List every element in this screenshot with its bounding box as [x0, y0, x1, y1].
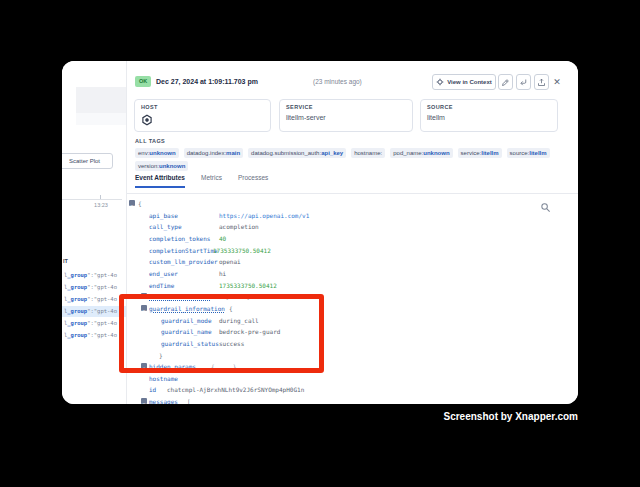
tab-metrics[interactable]: Metrics	[201, 174, 222, 188]
event-timestamp: Dec 27, 2024 at 1:09:11.703 pm	[156, 76, 258, 87]
close-button[interactable]: ✕	[550, 75, 564, 89]
tags-row-1: env:unknown datadog.index:main datadog.s…	[135, 148, 550, 158]
tag-version[interactable]: version:unknown	[135, 161, 188, 171]
event-list-row[interactable]: l_group":"gpt-4o	[62, 330, 126, 341]
event-list-row[interactable]: l_group":"gpt-4o	[62, 270, 126, 281]
event-table-column-header: IT	[63, 258, 68, 264]
source-card-label: SOURCE	[427, 104, 551, 110]
json-row-completion-tokens: completion_tokens 40	[129, 233, 569, 244]
event-list-row-selected[interactable]: l_group":"gpt-4o	[62, 306, 126, 317]
service-card-value: litellm-server	[286, 114, 406, 121]
json-row-id: id chatcmpl-AjBrxhNLht9v2J6rSNYOmp4pH0G1…	[129, 384, 569, 395]
event-list-row[interactable]: l_group":"gpt-4o	[62, 282, 126, 293]
tag-hostname[interactable]: hostname:	[351, 148, 385, 158]
json-row-call-type: call_type acompletion	[129, 221, 569, 232]
tabs-divider	[127, 193, 578, 194]
tag-datadog-submission-auth[interactable]: datadog.submission_auth:api_key	[248, 148, 346, 158]
tags-row-2: version:unknown	[135, 161, 188, 171]
tab-processes[interactable]: Processes	[238, 174, 268, 188]
tag-datadog-index[interactable]: datadog.index:main	[184, 148, 243, 158]
export-icon	[537, 78, 546, 87]
event-relative-time: (23 minutes ago)	[313, 76, 362, 87]
return-arrow-icon	[519, 78, 528, 87]
edit-button[interactable]	[498, 74, 513, 90]
json-row-end-user: end_user hi	[129, 268, 569, 279]
service-card: SERVICE litellm-server	[279, 99, 413, 132]
pencil-icon	[501, 78, 510, 87]
chart-x-axis	[62, 199, 122, 200]
view-in-context-label: View in Context	[447, 79, 492, 85]
annotation-highlight-box	[119, 294, 324, 373]
background-page-strip: Scatter Plot 13:23 IT l_group":"gpt-4o l…	[62, 61, 126, 404]
tag-pod-name[interactable]: pod_name:unknown	[390, 148, 452, 158]
host-hexagon-icon	[141, 114, 264, 126]
source-card: SOURCE litellm	[420, 99, 558, 132]
app-window: Scatter Plot 13:23 IT l_group":"gpt-4o l…	[62, 61, 578, 404]
json-row-completion-start-time: completionStartTime 1735333750.50412	[129, 245, 569, 256]
export-button[interactable]	[534, 74, 549, 90]
screenshot-backdrop: Scatter Plot 13:23 IT l_group":"gpt-4o l…	[0, 0, 640, 487]
all-tags-label: ALL TAGS	[135, 138, 165, 144]
source-card-value: litellm	[427, 114, 551, 121]
event-list-row[interactable]: l_group":"gpt-4o	[62, 318, 126, 329]
collapse-toggle-icon[interactable]: −	[129, 200, 135, 206]
watermark-text: Screenshot by Xnapper.com	[444, 411, 579, 422]
tag-env[interactable]: env:unknown	[135, 148, 179, 158]
tab-event-attributes[interactable]: Event Attributes	[135, 174, 185, 188]
background-panel-block-2	[76, 113, 126, 125]
service-card-label: SERVICE	[286, 104, 406, 110]
json-row-custom-llm-provider: custom_llm_provider openai	[129, 256, 569, 267]
keyboard-shortcut-button[interactable]	[516, 74, 531, 90]
json-row-end-time: endTime 1735333750.50412	[129, 280, 569, 291]
json-row-hostname: hostname	[129, 373, 569, 384]
scatter-plot-button[interactable]: Scatter Plot	[62, 153, 113, 169]
chart-axis-tick-label: 13:23	[88, 202, 114, 208]
status-badge: OK	[135, 76, 151, 87]
tag-source[interactable]: source:litellm	[507, 148, 550, 158]
chart-axis-tickmark	[100, 195, 101, 199]
collapse-toggle-icon[interactable]: −	[141, 398, 147, 404]
event-list-row[interactable]: l_group":"gpt-4o	[62, 294, 126, 305]
background-panel-block	[76, 87, 126, 113]
json-root-row: − {	[129, 198, 569, 209]
tag-service[interactable]: service:litellm	[458, 148, 502, 158]
json-row-api-base: api_base https://api.openai.com/v1	[129, 210, 569, 221]
detail-tabs: Event Attributes Metrics Processes	[135, 174, 268, 188]
json-row-messages: − messages [	[129, 396, 569, 404]
host-card: HOST	[134, 99, 271, 132]
scope-icon	[436, 78, 444, 86]
host-card-label: HOST	[141, 104, 264, 110]
view-in-context-button[interactable]: View in Context	[432, 74, 496, 90]
